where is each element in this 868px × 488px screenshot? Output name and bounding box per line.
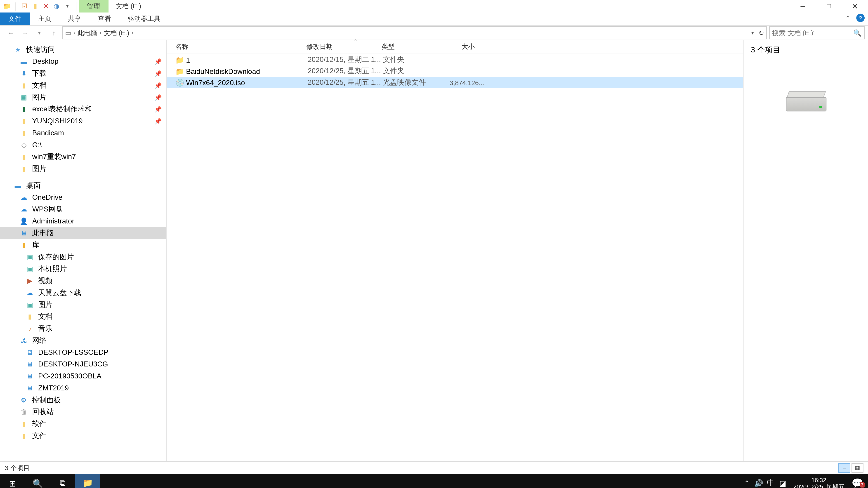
- close-button[interactable]: ✕: [842, 0, 868, 12]
- up-button[interactable]: ↑: [48, 27, 60, 39]
- file-row[interactable]: 📁12020/12/15, 星期二 1...文件夹: [167, 54, 743, 66]
- tree-music-lib[interactable]: ♪音乐: [0, 322, 166, 334]
- tab-file[interactable]: 文件: [0, 12, 30, 25]
- back-button[interactable]: ←: [5, 27, 17, 39]
- ime-icon[interactable]: 中: [765, 478, 777, 488]
- tab-drive-tools[interactable]: 驱动器工具: [119, 12, 169, 25]
- task-view-button[interactable]: ⧉: [50, 474, 75, 488]
- address-dropdown-icon[interactable]: ▾: [751, 30, 754, 35]
- qat-dropdown-icon[interactable]: ▾: [63, 2, 72, 11]
- column-type[interactable]: 类型: [373, 42, 433, 51]
- refresh-icon[interactable]: ↻: [758, 29, 764, 37]
- tree-quick-access[interactable]: ★快速访问: [0, 43, 166, 56]
- tab-home[interactable]: 主页: [30, 12, 60, 25]
- tree-recycle-bin[interactable]: 🗑回收站: [0, 406, 166, 418]
- column-name[interactable]: 名称⌃: [167, 42, 298, 51]
- action-center-button[interactable]: 💬3: [849, 477, 866, 488]
- tree-downloads[interactable]: ⬇下载📌: [0, 67, 166, 79]
- tray-app-icon[interactable]: ◪: [777, 479, 789, 487]
- tree-bandicam[interactable]: ▮Bandicam: [0, 127, 166, 139]
- tree-admin[interactable]: 👤Administrator: [0, 215, 166, 227]
- ribbon-help-area: ⌃ ?: [843, 14, 865, 23]
- tree-win7[interactable]: ▮win7重装win7: [0, 151, 166, 163]
- pin-icon: 📌: [154, 94, 162, 100]
- taskbar-clock[interactable]: 16:32 2020/12/25, 星期五: [788, 477, 849, 488]
- folder-icon: ▮: [19, 81, 29, 90]
- breadcrumb[interactable]: 文档 (E:): [104, 28, 129, 37]
- file-name: 1: [186, 56, 308, 64]
- rename-icon[interactable]: ◑: [52, 2, 61, 11]
- file-row[interactable]: 💿Win7x64_2020.iso2020/12/25, 星期五 1...光盘映…: [167, 77, 743, 88]
- minimize-button[interactable]: ─: [789, 0, 816, 12]
- tree-pc3[interactable]: 🖥PC-20190530OBLA: [0, 370, 166, 382]
- tree-libraries[interactable]: ▮库: [0, 239, 166, 251]
- properties-icon[interactable]: ☑: [20, 2, 29, 11]
- address-bar[interactable]: ▭ › 此电脑 › 文档 (E:) › ▾ ↻: [62, 26, 767, 39]
- tree-gdrive[interactable]: ◇G:\: [0, 139, 166, 151]
- recent-dropdown-icon[interactable]: ▾: [33, 27, 45, 39]
- tree-network[interactable]: 🖧网络: [0, 334, 166, 346]
- trash-icon: 🗑: [19, 408, 29, 416]
- file-row[interactable]: 📁BaiduNetdiskDownload2020/12/25, 星期五 1..…: [167, 66, 743, 77]
- forward-button[interactable]: →: [19, 27, 31, 39]
- tree-label: 图片: [38, 300, 53, 310]
- tree-excel[interactable]: ▮excel表格制作求和📌: [0, 103, 166, 115]
- thumbnails-view-button[interactable]: ▦: [851, 463, 864, 473]
- delete-icon[interactable]: ✕: [41, 2, 51, 11]
- volume-icon[interactable]: 🔊: [753, 479, 765, 487]
- search-button[interactable]: 🔍: [25, 474, 50, 488]
- tree-onedrive[interactable]: ☁OneDrive: [0, 191, 166, 203]
- tree-desktop[interactable]: ▬Desktop📌: [0, 55, 166, 67]
- tree-camera-roll[interactable]: ▣本机照片: [0, 263, 166, 275]
- details-view-button[interactable]: ≡: [838, 463, 850, 473]
- user-icon: 👤: [19, 217, 29, 225]
- search-icon[interactable]: 🔍: [853, 29, 862, 37]
- ribbon-collapse-icon[interactable]: ⌃: [843, 14, 852, 23]
- new-folder-icon[interactable]: ▮: [31, 2, 40, 11]
- tree-desktop-group[interactable]: ▬桌面: [0, 180, 166, 191]
- tree-pics-lib[interactable]: ▣图片: [0, 299, 166, 311]
- tree-wps[interactable]: ☁WPS网盘: [0, 203, 166, 215]
- tray-overflow-icon[interactable]: ⌃: [741, 479, 753, 487]
- tree-this-pc[interactable]: 🖥此电脑: [0, 227, 166, 239]
- onedrive-icon: ☁: [19, 193, 29, 201]
- tree-tianyi[interactable]: ☁天翼云盘下载: [0, 287, 166, 299]
- picture-icon: ▣: [25, 300, 35, 309]
- tree-pictures[interactable]: ▣图片📌: [0, 91, 166, 103]
- start-button[interactable]: ⊞: [0, 474, 25, 488]
- tree-label: YUNQISHI2019: [32, 117, 83, 125]
- tree-documents[interactable]: ▮文档📌: [0, 79, 166, 91]
- search-input[interactable]: [772, 29, 862, 36]
- tab-share[interactable]: 共享: [60, 12, 90, 25]
- maximize-button[interactable]: ☐: [816, 0, 842, 12]
- chevron-right-icon[interactable]: ›: [131, 30, 133, 36]
- column-date[interactable]: 修改日期: [298, 42, 373, 51]
- chevron-right-icon[interactable]: ›: [73, 30, 75, 36]
- picture-icon: ▣: [19, 93, 29, 101]
- tree-label: 天翼云盘下载: [38, 288, 81, 298]
- tree-software[interactable]: ▮软件: [0, 418, 166, 430]
- clock-date: 2020/12/25, 星期五: [794, 483, 844, 488]
- search-box[interactable]: 🔍: [769, 26, 865, 39]
- tab-view[interactable]: 查看: [90, 12, 119, 25]
- folder-icon: ▮: [19, 117, 29, 125]
- help-icon[interactable]: ?: [856, 14, 865, 22]
- tree-yunqishi[interactable]: ▮YUNQISHI2019📌: [0, 115, 166, 127]
- tree-control-panel[interactable]: ⚙控制面板: [0, 394, 166, 406]
- tree-files[interactable]: ▮文件: [0, 430, 166, 442]
- tree-saved-pictures[interactable]: ▣保存的图片: [0, 251, 166, 263]
- file-list[interactable]: 📁12020/12/15, 星期二 1...文件夹📁BaiduNetdiskDo…: [167, 54, 743, 461]
- chevron-right-icon[interactable]: ›: [100, 30, 101, 36]
- breadcrumb[interactable]: 此电脑: [78, 28, 97, 37]
- column-size[interactable]: 大小: [433, 42, 475, 51]
- pin-icon: 📌: [154, 118, 162, 124]
- tree-pc4[interactable]: 🖥ZMT2019: [0, 382, 166, 394]
- tree-pc2[interactable]: 🖥DESKTOP-NJEU3CG: [0, 358, 166, 370]
- tree-videos[interactable]: ▶视频: [0, 275, 166, 287]
- tree-docs-lib[interactable]: ▮文档: [0, 311, 166, 322]
- taskbar-explorer[interactable]: 📁: [75, 474, 100, 488]
- clock-time: 16:32: [794, 477, 844, 483]
- tree-pictures2[interactable]: ▮图片: [0, 163, 166, 175]
- tree-pc1[interactable]: 🖥DESKTOP-LSSOEDP: [0, 346, 166, 358]
- context-tab[interactable]: 管理: [79, 0, 108, 12]
